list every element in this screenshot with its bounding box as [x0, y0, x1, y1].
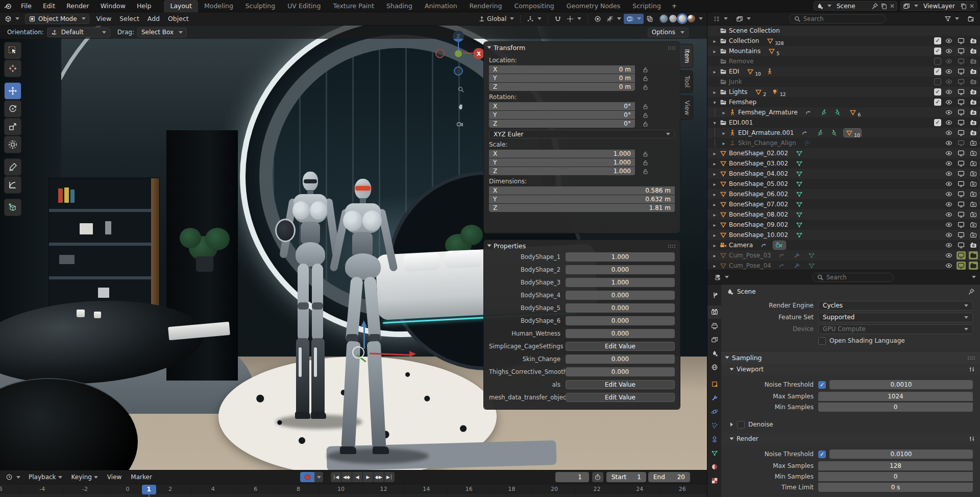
- menu-item[interactable]: Window: [95, 0, 131, 12]
- snap-toggle[interactable]: [552, 14, 564, 24]
- vp-min-samples-value[interactable]: 0: [818, 403, 973, 412]
- material-preview-button[interactable]: [678, 15, 686, 22]
- gizmo-dropdown[interactable]: [604, 14, 624, 24]
- camera-toggle[interactable]: [969, 180, 978, 188]
- physics-properties-tab[interactable]: [707, 405, 721, 418]
- number-field[interactable]: Y1.000: [489, 158, 635, 167]
- outliner-row[interactable]: ▸Mountains5✓: [707, 46, 980, 56]
- eye-toggle[interactable]: [944, 108, 953, 116]
- outliner-row[interactable]: Junk: [707, 77, 980, 87]
- new-viewlayer-icon[interactable]: [960, 3, 967, 10]
- properties-search[interactable]: [812, 273, 894, 282]
- eye-toggle[interactable]: [944, 57, 953, 65]
- menu-item[interactable]: Help: [131, 0, 157, 12]
- viewlayer-selector[interactable]: ViewLayer ✕: [900, 1, 977, 11]
- menu-item[interactable]: Edit: [37, 0, 61, 12]
- collection-checkbox[interactable]: ✓: [934, 48, 941, 55]
- camera-toggle[interactable]: [969, 221, 978, 229]
- select-box-tool-button[interactable]: [4, 42, 21, 59]
- monitor-toggle[interactable]: [957, 57, 966, 65]
- scale-tool-button[interactable]: [4, 118, 21, 135]
- workspace-tab[interactable]: Sculpting: [239, 0, 281, 12]
- render-min-samples-value[interactable]: 0: [818, 472, 973, 481]
- outliner-row[interactable]: Remove: [707, 56, 980, 66]
- material-properties-tab[interactable]: [707, 460, 721, 474]
- outliner-row[interactable]: ▸Cum_Pose_04: [707, 261, 980, 270]
- outliner-row[interactable]: ▸EDI10✓: [707, 66, 980, 77]
- wireframe-shading-button[interactable]: [660, 15, 668, 22]
- workspace-tab[interactable]: Compositing: [508, 0, 560, 12]
- workspace-tab[interactable]: Animation: [419, 0, 463, 12]
- camera-toggle[interactable]: [969, 67, 978, 76]
- camera-toggle[interactable]: [969, 129, 978, 137]
- properties-editor-type-button[interactable]: [712, 272, 731, 282]
- play-button[interactable]: ▶: [363, 472, 373, 482]
- sidebar-tab[interactable]: View: [680, 96, 693, 120]
- camera-toggle[interactable]: [969, 37, 978, 45]
- monitor-toggle[interactable]: [957, 108, 966, 116]
- sidebar-tab[interactable]: Item: [680, 44, 693, 68]
- eye-toggle[interactable]: [944, 221, 953, 229]
- outliner-row[interactable]: ▸BoneShape_05.002: [707, 179, 980, 189]
- eye-toggle[interactable]: [944, 37, 953, 45]
- outliner-row[interactable]: ▸BoneShape_02.002: [707, 148, 980, 158]
- eye-toggle[interactable]: [944, 251, 953, 259]
- property-value-field[interactable]: 1.000: [566, 278, 675, 287]
- panel-grip[interactable]: [668, 46, 676, 50]
- particles-properties-tab[interactable]: [707, 419, 721, 432]
- timeline-menu-item[interactable]: Keying: [67, 474, 103, 481]
- collection-checkbox[interactable]: [934, 78, 941, 85]
- camera-view-icon[interactable]: [456, 121, 463, 128]
- outliner-row[interactable]: ▸Collection328✓: [707, 36, 980, 46]
- expander-icon[interactable]: ▸: [710, 243, 719, 248]
- remove-viewlayer-icon[interactable]: ✕: [969, 3, 974, 10]
- eye-toggle[interactable]: [944, 241, 953, 249]
- eye-toggle[interactable]: [944, 78, 953, 86]
- monitor-toggle[interactable]: [957, 98, 966, 106]
- texture-properties-tab[interactable]: [707, 474, 721, 487]
- properties-search-input[interactable]: [826, 274, 889, 281]
- viewport-menu-item[interactable]: Object: [164, 15, 193, 22]
- camera-toggle[interactable]: [969, 88, 978, 96]
- monitor-toggle[interactable]: [957, 119, 966, 127]
- number-field[interactable]: X1.000: [489, 150, 635, 158]
- use-preview-range-button[interactable]: [592, 472, 603, 482]
- eye-toggle[interactable]: [944, 180, 953, 188]
- lock-icon[interactable]: [642, 112, 649, 119]
- viewport-menu-item[interactable]: Add: [143, 15, 164, 22]
- world-properties-tab[interactable]: [707, 361, 721, 374]
- eye-toggle[interactable]: [944, 119, 953, 127]
- scene-selector[interactable]: Scene ✕: [814, 1, 897, 11]
- frame-end-field[interactable]: End20: [648, 472, 690, 482]
- mode-selector[interactable]: Object Mode: [25, 14, 89, 24]
- outliner-row[interactable]: ▸BoneShape_10.002: [707, 230, 980, 240]
- number-field[interactable]: Z0 m: [489, 83, 635, 91]
- scene-properties-tab[interactable]: [707, 347, 721, 360]
- camera-toggle[interactable]: [969, 108, 978, 116]
- render-properties-tab[interactable]: [707, 305, 721, 319]
- camera-toggle[interactable]: [969, 170, 978, 178]
- number-field[interactable]: Y0°: [489, 111, 635, 119]
- add-cube-tool-button[interactable]: [4, 199, 21, 216]
- gizmo-center[interactable]: [352, 346, 364, 359]
- expander-icon[interactable]: ▸: [710, 161, 719, 167]
- vp-noise-value[interactable]: 0.0010: [829, 380, 973, 389]
- pin-icon[interactable]: [968, 288, 975, 295]
- shading-dropdown[interactable]: [699, 17, 703, 20]
- lock-icon[interactable]: [642, 168, 649, 175]
- collection-checkbox[interactable]: ✓: [934, 99, 941, 106]
- property-value-field[interactable]: 0.000: [566, 329, 675, 338]
- eye-toggle[interactable]: [944, 129, 953, 137]
- collection-checkbox[interactable]: ✓: [934, 37, 941, 44]
- collection-checkbox[interactable]: ✓: [934, 68, 941, 75]
- camera-toggle[interactable]: [969, 262, 978, 270]
- workspace-tab[interactable]: Shading: [380, 0, 419, 12]
- expander-icon[interactable]: ▸: [710, 222, 719, 228]
- osl-checkbox[interactable]: [818, 337, 826, 345]
- camera-toggle[interactable]: [969, 139, 978, 147]
- jump-to-end-button[interactable]: ▶⏐: [384, 472, 395, 482]
- outliner-row[interactable]: ▸Skin_Change_Align: [707, 138, 980, 148]
- rendered-shading-button[interactable]: [688, 15, 695, 22]
- render-sampling-header[interactable]: Render: [721, 433, 980, 444]
- measure-tool-button[interactable]: [4, 176, 21, 194]
